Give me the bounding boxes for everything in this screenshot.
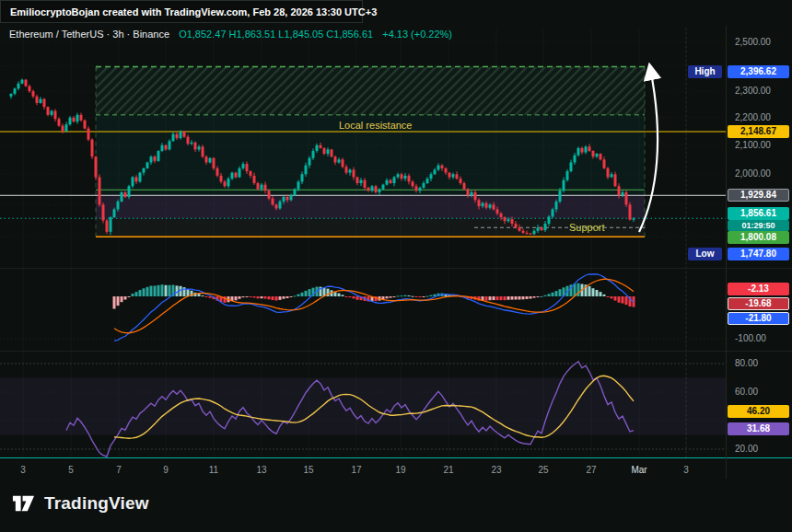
- price-axis-label: 80.00: [735, 358, 758, 369]
- price-axis-label: 60.00: [735, 387, 758, 398]
- time-axis-label: 7: [116, 465, 122, 475]
- time-axis-label: 25: [538, 465, 548, 475]
- ohlc-values: O1,852.47 H1,863.51 L1,845.05 C1,856.61: [179, 29, 373, 40]
- time-axis-label: 19: [395, 465, 405, 475]
- change-value: +4.13 (+0.22%): [382, 29, 452, 40]
- local-resistance-label: Local resistance: [339, 120, 413, 131]
- low-value-badge: 1,747.80: [728, 248, 789, 260]
- time-axis[interactable]: 3579111315171921232527Mar3: [0, 462, 726, 479]
- time-axis-label: 5: [68, 465, 74, 475]
- price-axis-label: 2,300.00: [735, 86, 771, 97]
- support-label: Support: [569, 222, 605, 233]
- symbol-title[interactable]: Ethereum / TetherUS · 3h · Binance: [9, 29, 169, 40]
- time-axis-label: 9: [163, 465, 169, 475]
- tradingview-logo-text: TradingView: [44, 493, 149, 514]
- price-axis-label: 2,200.00: [735, 112, 771, 123]
- tradingview-chart-screenshot: EmiliocryptoBojan created with TradingVi…: [0, 0, 792, 532]
- time-axis-label: 23: [491, 465, 501, 475]
- time-axis-label: 3: [683, 465, 689, 475]
- time-axis-label: 15: [303, 465, 313, 475]
- chart-canvas[interactable]: [0, 0, 792, 532]
- time-axis-label: 27: [586, 465, 596, 475]
- time-axis-label: 13: [256, 465, 266, 475]
- price-axis-label: 2,500.00: [735, 37, 771, 48]
- resistance-price-badge: 2,148.67: [728, 125, 789, 138]
- high-word-badge: High: [688, 65, 722, 78]
- macd-line-badge: -21.80: [728, 312, 789, 325]
- time-axis-label: 11: [209, 465, 218, 475]
- attribution-bar: EmiliocryptoBojan created with TradingVi…: [0, 0, 363, 23]
- macd-panel: [0, 274, 726, 341]
- rsi-ma-badge: 46.20: [728, 405, 789, 418]
- price-axis-label: 2,100.00: [735, 140, 771, 151]
- support-price-badge: 1,800.08: [728, 231, 789, 244]
- low-word-badge: Low: [688, 248, 722, 260]
- high-value-badge: 2,396.62: [728, 65, 789, 78]
- rsi-panel: [0, 362, 726, 457]
- rsi-value-badge: 31.68: [728, 422, 789, 435]
- time-axis-label: 21: [443, 465, 453, 475]
- price-axis-label: 2,000.00: [735, 168, 771, 179]
- price-axis-label: -100.00: [735, 333, 766, 344]
- tradingview-logo[interactable]: TradingView: [11, 491, 149, 515]
- last-price-badge: 1,856.61: [728, 207, 789, 220]
- tradingview-logo-icon: [11, 491, 36, 515]
- time-axis-label: 3: [20, 465, 26, 475]
- time-axis-label: Mar: [631, 465, 646, 475]
- range-box: [96, 67, 645, 237]
- time-axis-label: 17: [351, 465, 361, 475]
- candle-countdown-badge: 01:29:50: [728, 220, 789, 231]
- mid-price-badge: 1,929.84: [728, 189, 789, 202]
- price-axis[interactable]: 2,500.002,300.002,200.002,100.002,000.00…: [726, 0, 792, 532]
- price-axis-label: 20.00: [735, 444, 758, 455]
- macd-signal-badge: -19.68: [728, 297, 789, 310]
- macd-histogram-badge: -2.13: [728, 283, 789, 295]
- symbol-legend[interactable]: Ethereum / TetherUS · 3h · Binance O1,85…: [9, 29, 452, 40]
